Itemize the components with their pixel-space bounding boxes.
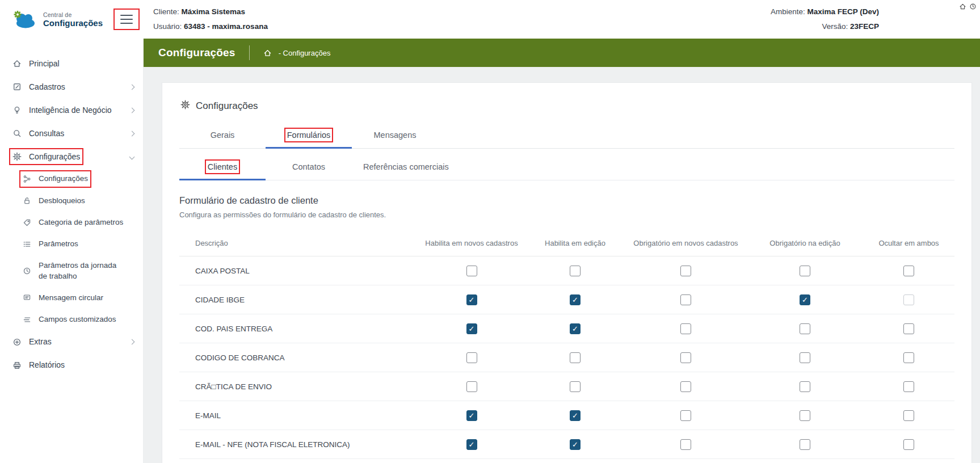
environment-name: Maxima FECP (Dev) (807, 7, 879, 16)
checkbox-obrigato-rio-na-edic-a-o[interactable] (800, 266, 810, 276)
subtab-contatos[interactable]: Contatos (266, 155, 352, 180)
sidebar-subitem-mensagem-circular[interactable]: Mensagem circular (0, 287, 143, 309)
checkbox-obrigato-rio-em-novos-cadastros[interactable] (680, 352, 691, 363)
checkbox-ocultar-em-ambos[interactable] (903, 266, 914, 276)
checkbox-habilita-em-edic-a-o[interactable] (570, 381, 581, 392)
logo-line2: Configurações (43, 18, 103, 28)
checkbox-habilita-em-edic-a-o[interactable] (570, 352, 581, 363)
row-label: CRÃ□TICA DE ENVIO (179, 382, 418, 391)
home-icon (263, 49, 272, 57)
sidebar-subitem-para-metros-da-jornada-de-trabalho[interactable]: Parâmetros da jornada de trabalho (0, 255, 143, 287)
checkbox-obrigato-rio-em-novos-cadastros[interactable] (680, 381, 691, 392)
layers-icon (23, 315, 31, 324)
checkbox-habilita-em-edic-a-o[interactable]: ✓ (570, 323, 581, 334)
plus-circle-icon (12, 338, 22, 347)
checkbox-obrigato-rio-na-edic-a-o[interactable]: ✓ (800, 294, 810, 305)
checkbox-habilita-em-novos-cadastros[interactable]: ✓ (466, 323, 477, 334)
sidebar-nav: PrincipalCadastrosInteligência de Negóci… (0, 39, 144, 463)
sidebar-subitem-desbloqueios[interactable]: Desbloqueios (0, 190, 143, 212)
tag-icon (23, 218, 31, 227)
checkbox-obrigato-rio-na-edic-a-o[interactable] (800, 410, 810, 421)
sidebar-subitem-campos-customizados[interactable]: Campos customizados (0, 309, 143, 330)
user-name: 63483 - maxima.rosana (184, 22, 268, 31)
checkbox-ocultar-em-ambos[interactable] (903, 439, 914, 450)
sidebar-item-configurac-o-es[interactable]: Configurações (0, 145, 143, 169)
checkbox-ocultar-em-ambos[interactable] (903, 410, 914, 421)
gear-icon (180, 100, 190, 110)
breadcrumb-home-icon[interactable] (263, 49, 272, 57)
hamburger-line (120, 19, 133, 20)
checkbox-cell (418, 266, 525, 276)
checkbox-cell (747, 266, 863, 276)
checkbox-cell (525, 266, 625, 276)
checkbox-habilita-em-edic-a-o[interactable]: ✓ (570, 439, 581, 450)
checkbox-obrigato-rio-em-novos-cadastros[interactable] (680, 266, 691, 276)
sidebar-item-intelige-ncia-de-nego-cio[interactable]: Inteligência de Negócio (0, 99, 143, 122)
checkbox-cell (863, 410, 954, 421)
checkbox-habilita-em-edic-a-o[interactable]: ✓ (570, 410, 581, 421)
settings-card: Configurações GeraisFormuláriosMensagens… (162, 82, 972, 463)
sidebar-toggle-button[interactable] (113, 9, 140, 30)
top-header: Central de Configurações Cliente: Máxima… (0, 0, 980, 39)
checkbox-cell: ✓ (525, 439, 625, 450)
tab-gerais[interactable]: Gerais (179, 124, 266, 148)
checkbox-cell (625, 381, 747, 392)
checkbox-obrigato-rio-em-novos-cadastros[interactable] (680, 410, 691, 421)
checkbox-ocultar-em-ambos[interactable] (903, 381, 914, 392)
sidebar-subitem-categoria-de-para-metros[interactable]: Categoria de parâmetros (0, 212, 143, 233)
row-label: CAIXA POSTAL (179, 267, 418, 275)
checkbox-obrigato-rio-na-edic-a-o[interactable] (800, 381, 810, 392)
checkbox-habilita-em-novos-cadastros[interactable] (466, 381, 477, 392)
sidebar-item-relato-rios[interactable]: Relatórios (0, 353, 143, 377)
checkbox-cell (625, 266, 747, 276)
tab-mensagens[interactable]: Mensagens (352, 124, 438, 148)
sidebar-item-consultas[interactable]: Consultas (0, 122, 143, 145)
main-area: Configurações - Configurações Configuraç… (144, 39, 980, 463)
checkbox-habilita-em-edic-a-o[interactable]: ✓ (570, 294, 581, 305)
checkbox-obrigato-rio-na-edic-a-o[interactable] (800, 439, 810, 450)
sidebar-item-extras[interactable]: Extras (0, 330, 143, 353)
checkbox-obrigato-rio-na-edic-a-o[interactable] (800, 323, 810, 334)
sidebar-item-cadastros[interactable]: Cadastros (0, 75, 143, 99)
sidebar-subitem-para-metros[interactable]: Parâmetros (0, 233, 143, 255)
column-header-habilita-em-novos-cadastros: Habilita em novos cadastros (418, 239, 525, 247)
card-title: Configurações (196, 100, 258, 112)
checkbox-obrigato-rio-na-edic-a-o[interactable] (800, 352, 810, 363)
checkbox-habilita-em-novos-cadastros[interactable] (466, 266, 477, 276)
tab-formula-rios[interactable]: Formulários (266, 124, 352, 148)
permissions-table: DescriçãoHabilita em novos cadastrosHabi… (179, 230, 954, 459)
subtab-refere-ncias-comerciais[interactable]: Referências comerciais (352, 155, 460, 180)
checkbox-ocultar-em-ambos[interactable] (903, 323, 914, 334)
version-value: 23FECP (850, 22, 879, 31)
checkbox-habilita-em-novos-cadastros[interactable]: ✓ (466, 294, 477, 305)
chevron-right-icon (129, 131, 135, 136)
sidebar-subitem-configurac-o-es[interactable]: Configurações (0, 168, 143, 190)
chevron-right-icon (129, 84, 135, 90)
client-name: Máxima Sistemas (182, 7, 246, 16)
sidebar-item-principal[interactable]: Principal (0, 52, 143, 75)
checkbox-obrigato-rio-em-novos-cadastros[interactable] (680, 323, 691, 334)
checkbox-ocultar-em-ambos[interactable] (903, 352, 914, 363)
client-label: Cliente: (153, 7, 179, 16)
checkbox-obrigato-rio-em-novos-cadastros[interactable] (680, 439, 691, 450)
checkbox-habilita-em-novos-cadastros[interactable] (466, 352, 477, 363)
checkbox-habilita-em-edic-a-o[interactable] (570, 266, 581, 276)
page-title: Configurações (158, 47, 235, 59)
subtab-clientes[interactable]: Clientes (179, 155, 266, 180)
bulb-icon (12, 106, 22, 115)
sidebar-item-label: Desbloqueios (39, 196, 85, 206)
tab-label: Mensagens (374, 131, 417, 140)
checkbox-obrigato-rio-em-novos-cadastros[interactable] (680, 294, 691, 305)
clock-icon[interactable] (969, 2, 977, 12)
hamburger-line (120, 15, 133, 16)
section-title: Formulário de cadastro de cliente (179, 195, 954, 206)
home-icon[interactable] (959, 2, 966, 12)
table-row-codigo-de-cobranca: CODIGO DE COBRANCA (179, 343, 954, 372)
row-label: CODIGO DE COBRANCA (179, 353, 418, 362)
sidebar-item-label: Consultas (29, 128, 64, 139)
sidebar-item-label: Inteligência de Negócio (29, 105, 112, 116)
checkbox-cell (625, 352, 747, 363)
checkbox-ocultar-em-ambos[interactable] (903, 294, 914, 305)
checkbox-habilita-em-novos-cadastros[interactable]: ✓ (466, 410, 477, 421)
checkbox-habilita-em-novos-cadastros[interactable]: ✓ (466, 439, 477, 450)
